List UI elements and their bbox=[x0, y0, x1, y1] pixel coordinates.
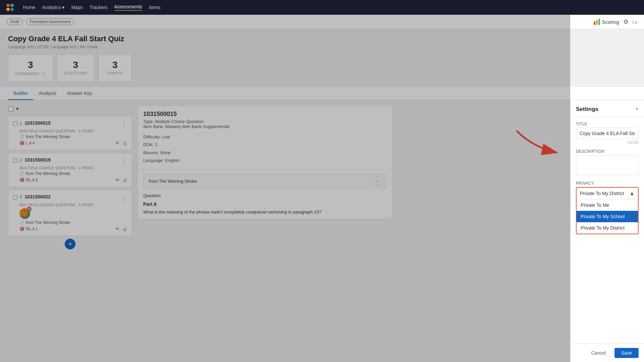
privacy-option-school[interactable]: Private To My School bbox=[577, 211, 638, 222]
nav-assessments[interactable]: Assessments bbox=[114, 4, 142, 11]
settings-footer: Cancel Save bbox=[571, 344, 644, 362]
description-field-label: Description bbox=[576, 149, 639, 154]
logo[interactable] bbox=[5, 3, 15, 12]
privacy-option-me[interactable]: Private To Me bbox=[577, 199, 638, 211]
sub-header-right: Scoring ⚙ La bbox=[594, 18, 637, 25]
cancel-button[interactable]: Cancel bbox=[586, 348, 611, 358]
privacy-label: Privacy bbox=[576, 181, 639, 186]
privacy-dropdown[interactable]: Private To My District ▲ Private To Me P… bbox=[576, 187, 639, 234]
svg-point-2 bbox=[6, 8, 10, 11]
settings-body: Title 32/255 Description Privacy Private… bbox=[571, 117, 644, 344]
topbar: Home Analytics ▾ Maps Trackers Assessmen… bbox=[0, 0, 644, 15]
modal-overlay bbox=[0, 15, 570, 362]
svg-point-1 bbox=[10, 4, 14, 7]
char-count: 32/255 bbox=[576, 140, 639, 144]
bar3 bbox=[598, 19, 600, 25]
close-button[interactable]: × bbox=[635, 106, 639, 113]
settings-title: Settings bbox=[576, 106, 598, 113]
chevron-up-icon: ▲ bbox=[629, 190, 635, 196]
privacy-options-list: Private To Me Private To My School Priva… bbox=[577, 199, 638, 234]
title-field-label: Title bbox=[576, 122, 639, 126]
chevron-down-icon: ▾ bbox=[62, 5, 64, 10]
svg-point-0 bbox=[6, 4, 10, 7]
nav-trackers[interactable]: Trackers bbox=[90, 5, 108, 10]
scoring-button[interactable]: Scoring bbox=[594, 19, 619, 25]
settings-header: Settings × bbox=[571, 100, 644, 117]
topbar-nav: Home Analytics ▾ Maps Trackers Assessmen… bbox=[23, 4, 160, 11]
title-input[interactable] bbox=[576, 128, 639, 139]
settings-gear-icon[interactable]: ⚙ bbox=[623, 18, 629, 25]
nav-analytics[interactable]: Analytics ▾ bbox=[42, 5, 64, 10]
nav-home[interactable]: Home bbox=[23, 5, 35, 10]
svg-point-3 bbox=[10, 8, 14, 11]
description-textarea[interactable] bbox=[576, 155, 639, 175]
privacy-option-district[interactable]: Private To My District bbox=[577, 222, 638, 234]
bar2 bbox=[596, 20, 598, 25]
privacy-selected-value[interactable]: Private To My District ▲ bbox=[577, 188, 638, 199]
scoring-chart-icon bbox=[594, 19, 600, 25]
la-label: La bbox=[633, 19, 637, 24]
settings-panel: Settings × Title 32/255 Description Priv… bbox=[570, 100, 644, 362]
bar1 bbox=[594, 21, 595, 25]
nav-maps[interactable]: Maps bbox=[71, 5, 83, 10]
nav-items[interactable]: Items bbox=[149, 5, 160, 10]
save-button[interactable]: Save bbox=[614, 348, 639, 358]
